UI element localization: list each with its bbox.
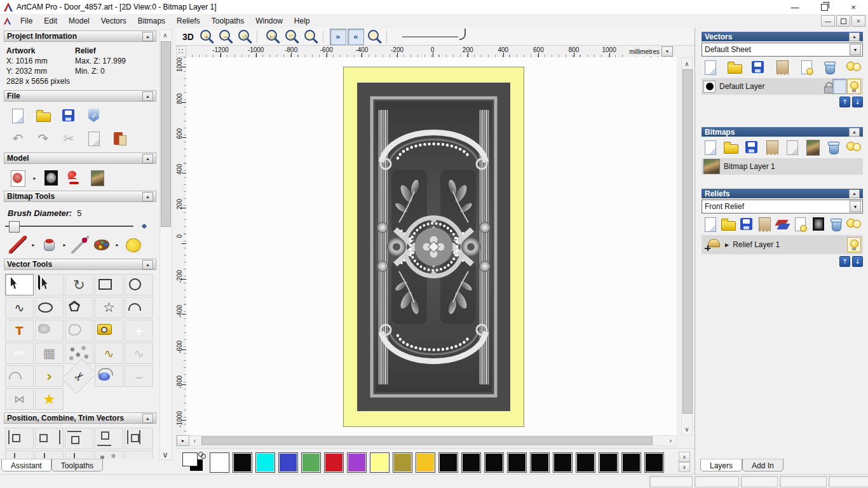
expand-layer-icon[interactable]: ▶ [725,242,729,248]
collapse-button[interactable]: ▲ [849,128,860,137]
fit-arcs-tool[interactable] [5,365,34,387]
ruler-corner-icon[interactable] [176,46,186,57]
reliefs-section-header[interactable]: Reliefs ▲ [702,189,863,198]
horizontal-scrollbar[interactable]: ▸ ‹ › [176,435,677,446]
palette-swatch[interactable] [278,452,298,473]
new-relief-layer-icon[interactable] [702,215,719,233]
greyscale-preview-icon[interactable] [810,215,827,233]
clear-bitmap-layer-icon[interactable] [783,139,801,156]
nesting-icon[interactable]: Nes [125,451,153,459]
cut-icon[interactable]: ✂ [60,130,78,147]
scatter-copies-icon[interactable] [95,451,123,459]
relief-select[interactable]: Front Relief ▼ [702,200,863,214]
move-layer-up-icon[interactable]: ↑ [839,97,850,107]
flood-fill-icon[interactable] [40,236,58,254]
relief-stack-icon[interactable] [773,215,791,233]
create-star-tool[interactable]: ☆ [95,297,123,318]
offset-vectors-tool[interactable] [65,320,93,341]
palette-swatch[interactable] [553,452,573,473]
all-layers-on-icon[interactable] [845,58,863,76]
new-vector-layer-icon[interactable] [702,58,719,76]
merge-vector-layers-icon[interactable] [773,58,791,76]
line-width-slider[interactable] [402,36,458,37]
edit-layer-icon[interactable] [832,79,846,94]
align-centre-icon[interactable] [125,428,153,449]
paste-special-tool[interactable]: + [125,320,153,341]
scroll-down-button[interactable]: ∨ [682,424,692,434]
create-polygon-tool[interactable] [65,297,93,318]
relief-preview-icon[interactable] [365,28,383,46]
menu-help[interactable]: Help [288,15,316,27]
vector-sheet-select[interactable]: Default Sheet ▼ [702,43,863,57]
relief-layer-row[interactable]: ▶ Relief Layer 1 [702,235,863,254]
toggle-3d-view-button[interactable]: 3D [180,31,196,43]
palette-swatch[interactable] [301,452,321,473]
units-dropdown-button[interactable]: ▼ [661,46,673,57]
minimize-button[interactable]: — [780,0,810,14]
tab-assistant[interactable]: Assistant [1,459,51,471]
show-bitmap-toggle-icon[interactable]: » [330,29,346,45]
model-wizard-icon[interactable]: ✓ [85,107,103,125]
open-vector-layer-icon[interactable] [726,58,743,76]
brush-diameter-slider[interactable] [5,220,151,232]
free-curve-tool[interactable]: ⌣ [125,365,153,387]
project-information-header[interactable]: Project Information ▲ [4,30,156,42]
child-close-button[interactable]: × [851,15,865,27]
zoom-objects-icon[interactable] [302,28,320,46]
palette-scroll-down-button[interactable]: ∨ [679,462,690,472]
colour-reduction-icon[interactable] [124,236,142,254]
save-vector-layer-icon[interactable] [749,58,767,76]
align-top-left-icon[interactable] [5,451,34,459]
relief-layer-visibility-icon[interactable] [847,237,861,252]
scroll-down-button[interactable]: ∨ [160,449,170,459]
2d-view[interactable] [186,57,677,435]
palette-scroll-up-button[interactable]: ∧ [679,452,690,462]
load-relief-image-icon[interactable] [88,169,106,187]
open-bitmap-layer-icon[interactable] [722,139,740,156]
bitmap-preview-icon[interactable] [804,139,822,156]
child-minimize-button[interactable]: — [821,15,835,27]
palette-swatch[interactable] [484,452,504,473]
scroll-left-button[interactable]: ‹ [189,436,200,445]
palette-swatch[interactable] [347,452,367,473]
lock-layer-icon[interactable] [819,79,832,93]
collapse-button[interactable]: ▲ [142,154,153,163]
model-section-header[interactable]: Model ▲ [4,152,156,164]
relief-visibility-page-icon[interactable] [791,215,809,233]
primary-colour[interactable] [182,452,198,466]
text-block-tool[interactable]: ABC [5,342,34,364]
copy-icon[interactable] [85,130,103,147]
show-vectors-toggle-icon[interactable]: « [348,29,364,45]
collapse-button[interactable]: ▲ [849,32,860,41]
collapse-button[interactable]: ▲ [849,189,860,198]
vectors-section-header[interactable]: Vectors ▲ [702,32,863,41]
palette-swatch[interactable] [438,452,458,473]
align-top-icon[interactable] [65,428,93,449]
lighting-material-icon[interactable] [65,169,83,187]
palette-swatch[interactable] [210,452,229,473]
align-stack-icon[interactable] [65,451,93,459]
palette-swatch[interactable] [324,452,344,473]
menu-window[interactable]: Window [250,15,288,27]
move-relief-down-icon[interactable]: ↓ [852,256,863,267]
dropdown-arrow-icon[interactable]: ▼ [850,201,861,212]
set-model-size-icon[interactable] [9,169,27,187]
menu-model[interactable]: Model [63,15,95,27]
align-left-icon[interactable] [5,428,34,449]
create-ellipse-tool[interactable] [35,297,64,318]
tab-toolpaths[interactable]: Toolpaths [51,459,103,471]
menu-reliefs[interactable]: Reliefs [171,15,206,27]
scroll-up-button[interactable]: ∧ [682,58,692,69]
colour-picker-icon[interactable] [71,236,89,254]
child-restore-button[interactable] [836,15,850,27]
all-bitmaps-on-icon[interactable] [845,139,863,156]
delete-relief-layer-icon[interactable] [827,215,845,233]
select-vectors-tool[interactable] [5,274,34,295]
menu-file[interactable]: File [15,15,38,27]
create-text-tool[interactable]: T [5,320,34,341]
move-layer-down-icon[interactable]: ↓ [852,97,863,107]
restore-button[interactable] [810,0,839,14]
save-model-icon[interactable] [60,107,78,125]
menu-toolpaths[interactable]: Toolpaths [206,15,250,27]
weld-vectors-tool[interactable] [35,320,64,341]
